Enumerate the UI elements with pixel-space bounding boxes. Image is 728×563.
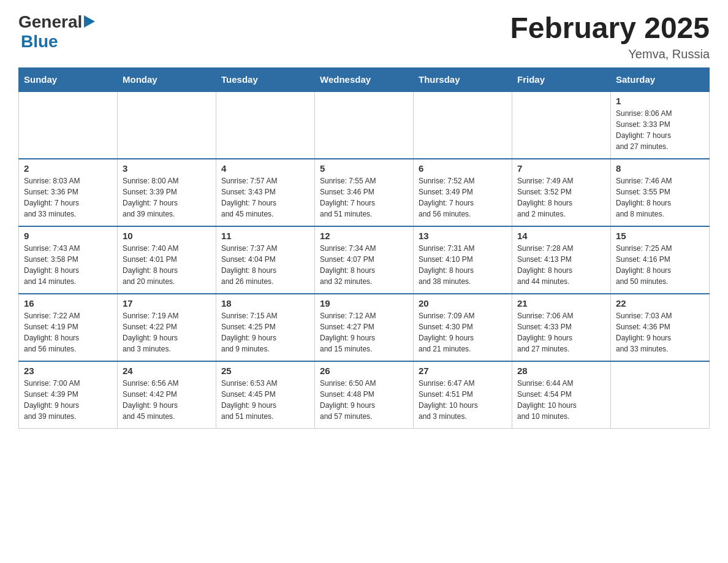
weekday-header-monday: Monday — [118, 67, 216, 91]
calendar-week-4: 16Sunrise: 7:22 AM Sunset: 4:19 PM Dayli… — [19, 294, 710, 361]
day-number: 7 — [517, 163, 605, 174]
day-number: 26 — [320, 366, 408, 376]
weekday-header-wednesday: Wednesday — [315, 67, 414, 91]
calendar-day-cell: 27Sunrise: 6:47 AM Sunset: 4:51 PM Dayli… — [414, 361, 512, 429]
day-number: 9 — [24, 231, 112, 241]
day-number: 15 — [616, 231, 704, 241]
day-number: 16 — [24, 298, 112, 308]
day-info: Sunrise: 6:53 AM Sunset: 4:45 PM Dayligh… — [221, 378, 309, 422]
logo-blue-text: Blue — [21, 32, 58, 51]
calendar-day-cell: 19Sunrise: 7:12 AM Sunset: 4:27 PM Dayli… — [315, 294, 414, 361]
calendar-day-cell — [19, 91, 118, 159]
calendar-day-cell — [414, 91, 512, 159]
day-number: 13 — [419, 231, 507, 241]
calendar-day-cell — [118, 91, 216, 159]
day-info: Sunrise: 6:44 AM Sunset: 4:54 PM Dayligh… — [517, 378, 605, 422]
weekday-header-tuesday: Tuesday — [216, 67, 315, 91]
day-info: Sunrise: 7:15 AM Sunset: 4:25 PM Dayligh… — [221, 310, 309, 354]
calendar-day-cell: 6Sunrise: 7:52 AM Sunset: 3:49 PM Daylig… — [414, 159, 512, 226]
weekday-header-thursday: Thursday — [414, 67, 512, 91]
weekday-header-friday: Friday — [512, 67, 611, 91]
day-number: 1 — [616, 96, 704, 106]
day-info: Sunrise: 7:57 AM Sunset: 3:43 PM Dayligh… — [221, 175, 309, 220]
calendar-day-cell: 23Sunrise: 7:00 AM Sunset: 4:39 PM Dayli… — [19, 361, 118, 429]
day-number: 19 — [320, 298, 408, 308]
calendar-day-cell: 4Sunrise: 7:57 AM Sunset: 3:43 PM Daylig… — [216, 159, 315, 226]
day-number: 8 — [616, 163, 704, 174]
title-section: February 2025 Yemva, Russia — [510, 12, 710, 61]
calendar-day-cell: 9Sunrise: 7:43 AM Sunset: 3:58 PM Daylig… — [19, 226, 118, 294]
day-info: Sunrise: 7:09 AM Sunset: 4:30 PM Dayligh… — [419, 310, 507, 354]
day-number: 17 — [123, 298, 211, 308]
logo-general-text: General — [18, 12, 82, 32]
day-number: 27 — [419, 366, 507, 376]
weekday-header-saturday: Saturday — [611, 67, 710, 91]
day-info: Sunrise: 8:06 AM Sunset: 3:33 PM Dayligh… — [616, 108, 704, 152]
day-info: Sunrise: 8:00 AM Sunset: 3:39 PM Dayligh… — [123, 175, 211, 220]
calendar-day-cell: 15Sunrise: 7:25 AM Sunset: 4:16 PM Dayli… — [611, 226, 710, 294]
day-number: 10 — [123, 231, 211, 241]
day-info: Sunrise: 7:34 AM Sunset: 4:07 PM Dayligh… — [320, 243, 408, 287]
day-info: Sunrise: 6:47 AM Sunset: 4:51 PM Dayligh… — [419, 378, 507, 422]
calendar-day-cell: 21Sunrise: 7:06 AM Sunset: 4:33 PM Dayli… — [512, 294, 611, 361]
day-info: Sunrise: 7:46 AM Sunset: 3:55 PM Dayligh… — [616, 175, 704, 220]
weekday-header-sunday: Sunday — [19, 67, 118, 91]
calendar-header-row: SundayMondayTuesdayWednesdayThursdayFrid… — [19, 67, 710, 91]
calendar-day-cell: 22Sunrise: 7:03 AM Sunset: 4:36 PM Dayli… — [611, 294, 710, 361]
day-number: 3 — [123, 163, 211, 174]
day-number: 5 — [320, 163, 408, 174]
day-info: Sunrise: 7:00 AM Sunset: 4:39 PM Dayligh… — [24, 378, 112, 422]
calendar-week-1: 1Sunrise: 8:06 AM Sunset: 3:33 PM Daylig… — [19, 91, 710, 159]
calendar-day-cell: 12Sunrise: 7:34 AM Sunset: 4:07 PM Dayli… — [315, 226, 414, 294]
day-number: 23 — [24, 366, 112, 376]
location-label: Yemva, Russia — [510, 47, 710, 61]
svg-marker-0 — [84, 15, 95, 28]
day-info: Sunrise: 7:55 AM Sunset: 3:46 PM Dayligh… — [320, 175, 408, 220]
day-info: Sunrise: 7:37 AM Sunset: 4:04 PM Dayligh… — [221, 243, 309, 287]
day-info: Sunrise: 7:12 AM Sunset: 4:27 PM Dayligh… — [320, 310, 408, 354]
calendar-day-cell — [216, 91, 315, 159]
calendar-day-cell: 20Sunrise: 7:09 AM Sunset: 4:30 PM Dayli… — [414, 294, 512, 361]
day-info: Sunrise: 7:31 AM Sunset: 4:10 PM Dayligh… — [419, 243, 507, 287]
calendar-day-cell: 1Sunrise: 8:06 AM Sunset: 3:33 PM Daylig… — [611, 91, 710, 159]
calendar-day-cell: 18Sunrise: 7:15 AM Sunset: 4:25 PM Dayli… — [216, 294, 315, 361]
calendar-day-cell: 3Sunrise: 8:00 AM Sunset: 3:39 PM Daylig… — [118, 159, 216, 226]
calendar-day-cell: 17Sunrise: 7:19 AM Sunset: 4:22 PM Dayli… — [118, 294, 216, 361]
day-info: Sunrise: 7:03 AM Sunset: 4:36 PM Dayligh… — [616, 310, 704, 354]
day-info: Sunrise: 7:19 AM Sunset: 4:22 PM Dayligh… — [123, 310, 211, 354]
logo-arrow-icon — [84, 15, 95, 28]
day-number: 18 — [221, 298, 309, 308]
day-number: 2 — [24, 163, 112, 174]
calendar-week-5: 23Sunrise: 7:00 AM Sunset: 4:39 PM Dayli… — [19, 361, 710, 429]
calendar-day-cell: 5Sunrise: 7:55 AM Sunset: 3:46 PM Daylig… — [315, 159, 414, 226]
calendar-day-cell: 13Sunrise: 7:31 AM Sunset: 4:10 PM Dayli… — [414, 226, 512, 294]
calendar-day-cell: 25Sunrise: 6:53 AM Sunset: 4:45 PM Dayli… — [216, 361, 315, 429]
calendar-day-cell — [611, 361, 710, 429]
day-number: 21 — [517, 298, 605, 308]
day-info: Sunrise: 7:28 AM Sunset: 4:13 PM Dayligh… — [517, 243, 605, 287]
day-number: 12 — [320, 231, 408, 241]
calendar-day-cell: 7Sunrise: 7:49 AM Sunset: 3:52 PM Daylig… — [512, 159, 611, 226]
day-info: Sunrise: 6:56 AM Sunset: 4:42 PM Dayligh… — [123, 378, 211, 422]
calendar-day-cell — [512, 91, 611, 159]
calendar-day-cell: 10Sunrise: 7:40 AM Sunset: 4:01 PM Dayli… — [118, 226, 216, 294]
day-info: Sunrise: 7:43 AM Sunset: 3:58 PM Dayligh… — [24, 243, 112, 287]
day-info: Sunrise: 7:49 AM Sunset: 3:52 PM Dayligh… — [517, 175, 605, 220]
page-header: General Blue February 2025 Yemva, Russia — [18, 12, 710, 61]
logo: General Blue — [18, 12, 95, 52]
day-number: 4 — [221, 163, 309, 174]
day-info: Sunrise: 7:25 AM Sunset: 4:16 PM Dayligh… — [616, 243, 704, 287]
calendar-week-3: 9Sunrise: 7:43 AM Sunset: 3:58 PM Daylig… — [19, 226, 710, 294]
day-number: 25 — [221, 366, 309, 376]
calendar-day-cell: 8Sunrise: 7:46 AM Sunset: 3:55 PM Daylig… — [611, 159, 710, 226]
calendar-day-cell: 11Sunrise: 7:37 AM Sunset: 4:04 PM Dayli… — [216, 226, 315, 294]
day-info: Sunrise: 7:22 AM Sunset: 4:19 PM Dayligh… — [24, 310, 112, 354]
day-info: Sunrise: 7:06 AM Sunset: 4:33 PM Dayligh… — [517, 310, 605, 354]
day-number: 6 — [419, 163, 507, 174]
calendar-day-cell: 24Sunrise: 6:56 AM Sunset: 4:42 PM Dayli… — [118, 361, 216, 429]
day-number: 20 — [419, 298, 507, 308]
calendar-day-cell: 16Sunrise: 7:22 AM Sunset: 4:19 PM Dayli… — [19, 294, 118, 361]
day-number: 24 — [123, 366, 211, 376]
calendar-day-cell: 26Sunrise: 6:50 AM Sunset: 4:48 PM Dayli… — [315, 361, 414, 429]
calendar-week-2: 2Sunrise: 8:03 AM Sunset: 3:36 PM Daylig… — [19, 159, 710, 226]
